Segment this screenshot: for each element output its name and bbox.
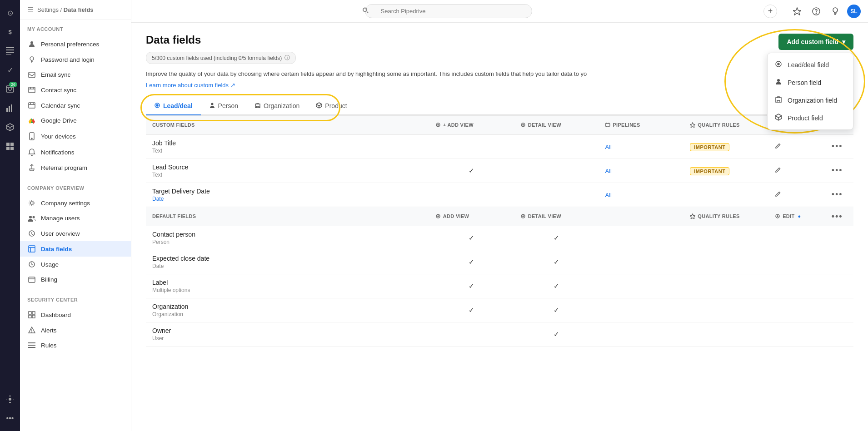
sidebar-item-usage[interactable]: Usage [20, 257, 131, 272]
sidebar-item-rules[interactable]: Rules [20, 338, 131, 353]
pipelines-cell [599, 298, 683, 322]
sidebar-item-google-drive[interactable]: Google Drive [20, 113, 131, 128]
svg-rect-6 [9, 106, 10, 112]
edit-cell[interactable] [768, 322, 825, 346]
pipelines-cell: All [599, 183, 683, 207]
sidebar-item-manage-users[interactable]: Manage users [20, 211, 131, 226]
sidebar-item-calendar-sync[interactable]: Calendar sync [20, 98, 131, 113]
sidebar-item-personal-preferences[interactable]: Personal preferences [20, 36, 131, 52]
sidebar-item-company-settings[interactable]: Company settings [20, 195, 131, 211]
favorites-icon[interactable] [790, 4, 804, 19]
svg-point-19 [30, 202, 33, 204]
quality-cell [683, 250, 768, 274]
table-row: Expected close date Date ✓ ✓ [146, 250, 853, 274]
sidebar-item-password-login[interactable]: Password and login [20, 52, 131, 67]
sidebar-item-billing[interactable]: Billing [20, 272, 131, 287]
security-center-header: SECURITY CENTER [20, 291, 131, 307]
add-view-cell: ✓ [429, 298, 514, 322]
svg-rect-34 [28, 347, 35, 348]
edit-cell[interactable] [768, 226, 825, 250]
detail-view-cell: ✓ [514, 250, 599, 274]
default-add-view-col[interactable]: ADD VIEW [429, 207, 514, 226]
sidebar-item-notifications[interactable]: Notifications [20, 144, 131, 160]
fields-count-info-icon[interactable]: ⓘ [284, 54, 290, 62]
google-drive-icon [27, 118, 36, 124]
quality-cell [683, 274, 768, 298]
nav-more-icon[interactable]: ••• [2, 410, 18, 426]
nav-reports-icon[interactable] [2, 100, 18, 116]
more-cell[interactable] [825, 250, 853, 274]
add-view-cell: ✓ [429, 226, 514, 250]
nav-products-icon[interactable] [2, 119, 18, 135]
more-cell[interactable] [825, 226, 853, 250]
help-icon[interactable] [809, 4, 823, 19]
email-icon [27, 72, 36, 78]
tab-lead-deal-icon [154, 102, 160, 110]
tab-lead-deal[interactable]: Lead/deal [146, 98, 201, 115]
sidebar-menu-icon[interactable]: ☰ [27, 5, 34, 14]
table-row: Target Delivery Date Date All ••• [146, 183, 853, 207]
more-cell[interactable]: ••• [825, 159, 853, 183]
edit-cell[interactable] [768, 250, 825, 274]
nav-inbox-icon[interactable]: 26 [2, 81, 18, 97]
edit-cell[interactable] [768, 134, 825, 159]
add-custom-field-button[interactable]: Add custom field ▾ [778, 34, 853, 50]
edit-cell[interactable] [768, 183, 825, 207]
custom-fields-col-header: CUSTOM FIELDS [146, 115, 429, 134]
svg-rect-8 [6, 143, 10, 146]
svg-point-18 [31, 138, 32, 139]
plus-button[interactable]: + [763, 5, 777, 18]
svg-point-38 [816, 13, 817, 14]
sidebar-item-email-sync[interactable]: Email sync [20, 67, 131, 82]
bulb-icon[interactable] [828, 4, 843, 19]
alerts-icon [27, 327, 36, 334]
fields-table: CUSTOM FIELDS + ADD VIEW DETAIL VIEW [146, 115, 853, 347]
table-row: Label Multiple options ✓ ✓ [146, 274, 853, 298]
edit-cell[interactable] [768, 274, 825, 298]
detail-view-cell: ✓ [514, 274, 599, 298]
add-view-cell [429, 322, 514, 346]
sidebar-item-data-fields[interactable]: Data fields [20, 241, 131, 257]
sidebar-item-user-overview[interactable]: User overview [20, 226, 131, 241]
dropdown-product-field[interactable]: Product field [768, 109, 853, 127]
tab-product[interactable]: Product [308, 98, 355, 115]
tab-person[interactable]: Person [201, 98, 246, 115]
search-input[interactable] [365, 4, 532, 18]
more-cell[interactable] [825, 322, 853, 346]
sidebar-item-referral-program[interactable]: Referral program [20, 160, 131, 175]
tab-product-icon [316, 102, 322, 110]
pipelines-col-header: PIPELINES [599, 115, 683, 134]
dropdown-organization-field[interactable]: Organization field [768, 91, 853, 109]
user-avatar[interactable]: SL [847, 5, 861, 18]
edit-cell[interactable] [768, 298, 825, 322]
learn-more-link[interactable]: Learn more about custom fields ↗ [146, 82, 235, 89]
sidebar-item-contact-sync[interactable]: Contact sync [20, 82, 131, 98]
nav-contacts-icon[interactable] [2, 43, 18, 59]
more-cell[interactable] [825, 274, 853, 298]
edit-cell[interactable] [768, 159, 825, 183]
add-view-cell: ✓ [429, 274, 514, 298]
default-pipelines-col [599, 207, 683, 226]
nav-activities-icon[interactable]: ✓ [2, 62, 18, 78]
nav-marketplace-icon[interactable] [2, 138, 18, 154]
pipelines-cell: All [599, 134, 683, 159]
svg-point-35 [363, 8, 367, 12]
sidebar-item-alerts[interactable]: Alerts [20, 322, 131, 338]
tab-organization[interactable]: Organization [246, 98, 308, 115]
inbox-badge: 26 [9, 82, 17, 87]
nav-deals-icon[interactable]: $ [2, 24, 18, 40]
quality-cell [683, 322, 768, 346]
nav-home-icon[interactable]: ⊙ [2, 5, 18, 21]
add-view-col-header[interactable]: + ADD VIEW [429, 115, 514, 134]
sidebar-item-your-devices[interactable]: Your devices [20, 128, 131, 144]
sidebar-item-dashboard[interactable]: Dashboard [20, 307, 131, 322]
more-cell[interactable]: ••• [825, 183, 853, 207]
svg-rect-5 [6, 108, 8, 112]
svg-rect-27 [32, 312, 35, 314]
more-cell[interactable] [825, 298, 853, 322]
more-cell[interactable]: ••• [825, 134, 853, 159]
nav-settings-icon[interactable] [2, 391, 18, 407]
dropdown-lead-deal-field[interactable]: Lead/deal field [768, 56, 853, 74]
dropdown-person-field[interactable]: Person field [768, 74, 853, 91]
table-row: Owner User ✓ [146, 322, 853, 346]
